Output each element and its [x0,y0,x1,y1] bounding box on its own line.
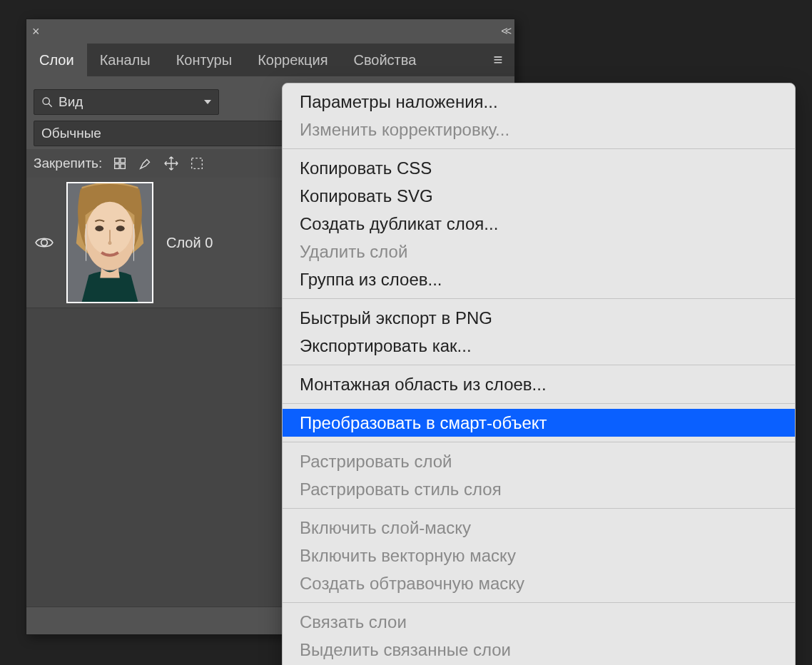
tab-adjustments[interactable]: Коррекция [245,44,340,76]
menu-separator [283,403,795,404]
svg-rect-6 [192,158,203,169]
menu-separator [283,508,795,509]
menu-item[interactable]: Быстрый экспорт в PNG [283,304,795,332]
menu-item: Выделить связанные слои [283,636,795,664]
svg-rect-2 [115,158,119,163]
svg-point-11 [95,225,103,231]
svg-point-7 [41,240,48,246]
layer-thumbnail[interactable] [66,182,153,303]
menu-item[interactable]: Параметры наложения... [283,88,795,116]
svg-rect-4 [115,164,119,168]
lock-transparent-pixels-icon[interactable] [112,156,128,171]
menu-separator [283,442,795,442]
lock-move-icon[interactable] [163,156,179,171]
menu-item[interactable]: Преобразовать в смарт-объект [283,409,795,437]
menu-separator [283,298,795,299]
kind-dropdown[interactable]: Вид [34,89,219,115]
lock-label: Закрепить: [34,156,102,171]
layer-name[interactable]: Слой 0 [166,235,213,251]
svg-point-0 [43,98,49,104]
menu-item[interactable]: Копировать CSS [283,154,795,182]
menu-item: Создать обтравочную маску [283,569,795,597]
svg-point-12 [116,225,125,231]
menu-item[interactable]: Монтажная область из слоев... [283,370,795,398]
tab-layers[interactable]: Слои [26,44,87,76]
panel-tabs: Слои Каналы Контуры Коррекция Свойства ≡ [26,44,514,76]
visibility-eye-icon[interactable] [35,233,54,252]
lock-artboard-icon[interactable] [189,156,205,171]
search-icon [41,96,53,108]
panel-menu-icon[interactable]: ≡ [482,44,514,76]
collapse-icon[interactable]: << [501,25,509,38]
thumbnail-image [68,183,152,302]
blend-label: Обычные [41,126,101,141]
menu-item[interactable]: Создать дубликат слоя... [283,210,795,238]
tab-paths[interactable]: Контуры [163,44,245,76]
menu-separator [283,365,795,365]
menu-item: Удалить слой [283,238,795,265]
menu-item: Связать слои [283,608,795,636]
chevron-down-icon [204,100,211,104]
layer-context-menu: Параметры наложения...Изменить корректир… [282,83,796,665]
menu-item: Растрировать стиль слоя [283,475,795,503]
panel-titlebar: × << [26,19,514,44]
menu-separator [283,148,795,149]
tab-channels[interactable]: Каналы [87,44,163,76]
menu-item[interactable]: Копировать SVG [283,182,795,210]
svg-point-10 [88,202,133,255]
menu-separator [283,602,795,603]
menu-item: Растрировать слой [283,447,795,475]
menu-item: Изменить корректировку... [283,116,795,143]
svg-rect-3 [121,158,125,163]
svg-rect-5 [121,164,125,168]
menu-item[interactable]: Экспортировать как... [283,332,795,360]
close-icon[interactable]: × [32,25,40,38]
svg-line-1 [49,103,52,107]
menu-item: Включить слой-маску [283,514,795,542]
lock-brush-icon[interactable] [138,156,153,171]
tab-properties[interactable]: Свойства [340,44,429,76]
kind-label: Вид [59,94,83,110]
menu-item[interactable]: Группа из слоев... [283,265,795,293]
menu-item: Включить векторную маску [283,542,795,569]
